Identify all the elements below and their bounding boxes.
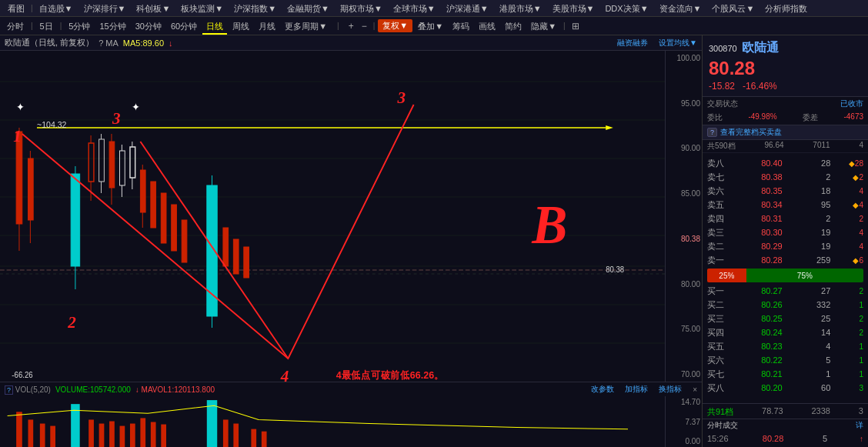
buy-3-row: 买三 80.25 25 2 [703, 312, 868, 325]
svg-rect-38 [151, 182, 156, 228]
last-trade-vol: 5 [804, 434, 827, 443]
svg-text:80.38: 80.38 [606, 265, 625, 274]
sell-6-price: 80.35 [744, 186, 783, 195]
chart-area[interactable]: 欧陆通（日线, 前复权） ? MA MA5:89.60 ↓ 融资融券 设置均线▼ [0, 35, 703, 447]
period-15min[interactable]: 15分钟 [95, 18, 129, 35]
zoom-out-btn[interactable]: − [359, 21, 370, 32]
period-5day[interactable]: 5日 [36, 18, 57, 35]
set-level-btn[interactable]: 设置均线▼ [659, 38, 697, 48]
period-daily[interactable]: 日线 [202, 18, 227, 35]
sell-2-price: 80.29 [744, 242, 783, 251]
buy-8-label: 买八 [707, 382, 730, 394]
svg-rect-64 [50, 426, 55, 447]
svg-rect-74 [207, 400, 217, 447]
total-shares-row: 共590档 96.64 7011 4 [703, 140, 868, 153]
menu-options[interactable]: 期权市场▼ [336, 0, 387, 17]
buy-1-price: 80.27 [744, 286, 783, 295]
draw-btn[interactable]: 画线 [475, 18, 499, 35]
menu-ddx[interactable]: DDX决策▼ [600, 0, 653, 17]
menu-hk-connect[interactable]: 沪深港通▼ [442, 0, 493, 17]
price-chart: B 1 2 3 3 4 ✦ ✦ ~104.32 -66.26 4最低点可破前低6… [0, 51, 702, 382]
simple-btn[interactable]: 简约 [501, 18, 526, 35]
sell-4-label: 卖四 [707, 213, 730, 225]
buy-2-row: 买二 80.26 332 1 [703, 298, 868, 312]
vol-mavol: ↓ MAVOL1:120113.800 [135, 385, 215, 394]
sell-1-change: ◆6 [844, 256, 863, 265]
menu-fund-flow[interactable]: 资金流向▼ [655, 0, 706, 17]
buy-1-row: 买一 80.27 27 2 [703, 284, 868, 298]
vol-close-btn[interactable]: × [693, 385, 697, 394]
menu-stock-cloud[interactable]: 个股风云▼ [707, 0, 759, 17]
sell-7-change: ◆2 [844, 173, 863, 182]
menu-chart[interactable]: 看图 [3, 0, 29, 17]
menu-futures[interactable]: 金融期货▼ [282, 0, 334, 17]
svg-text:~104.32: ~104.32 [37, 120, 66, 129]
svg-text:✦: ✦ [132, 102, 141, 113]
svg-rect-61 [16, 412, 22, 447]
vol-indicator-label: ? VOL(5,20) [5, 385, 51, 394]
top-menu-bar: 看图 | 自选股▼ 沪深排行▼ 科创板▼ 板块监测▼ 沪深指数▼ 金融期货▼ 期… [0, 0, 868, 17]
period-weekly[interactable]: 周线 [229, 18, 253, 35]
question-icon[interactable]: ? [707, 128, 717, 137]
svg-rect-76 [233, 424, 239, 447]
vol-swap-indicator-btn[interactable]: 换指标 [659, 384, 682, 395]
menu-ranking[interactable]: 沪深排行▼ [79, 0, 131, 17]
svg-rect-69 [120, 426, 125, 447]
overlay-btn[interactable]: 叠加▼ [414, 18, 447, 35]
sell-2-vol: 19 [796, 242, 830, 251]
sell-7-label: 卖七 [707, 172, 730, 183]
menu-global[interactable]: 全球市场▼ [389, 0, 440, 17]
sell-5-change: ◆4 [844, 201, 863, 209]
buy-4-row: 买四 80.24 14 2 [703, 325, 868, 339]
vol-add-indicator-btn[interactable]: 加指标 [625, 384, 648, 395]
period-monthly[interactable]: 月线 [255, 18, 279, 35]
full-book-row[interactable]: ? 查看完整档买卖盘 [703, 125, 868, 140]
sell-8-price: 80.40 [744, 158, 783, 168]
hide-btn[interactable]: 隐藏▼ [527, 18, 560, 35]
sell-7-vol: 2 [796, 172, 830, 182]
fuquan-btn[interactable]: 复权▼ [378, 19, 412, 32]
vol-change-params-btn[interactable]: 改参数 [591, 384, 614, 395]
sell-6-label: 卖六 [707, 185, 730, 197]
svg-rect-66 [88, 419, 94, 447]
period-more[interactable]: 更多周期▼ [281, 18, 331, 35]
svg-text:2: 2 [67, 313, 76, 332]
question-badge[interactable]: ? [5, 385, 13, 395]
y-axis-labels: 100.00 95.00 90.00 85.00 80.38 80.00 75.… [665, 51, 702, 382]
period-60min[interactable]: 60分钟 [167, 18, 201, 35]
svg-rect-41 [182, 220, 187, 262]
menu-watchlist[interactable]: 自选股▼ [35, 0, 78, 17]
expand-btn[interactable]: ⊞ [569, 21, 583, 32]
period-fenshi[interactable]: 分时 [3, 18, 28, 35]
svg-rect-62 [28, 419, 33, 447]
menu-block[interactable]: 板块监测▼ [176, 0, 228, 17]
sell-3-row: 卖三 80.30 19 4 [703, 225, 868, 239]
buy-5-change: 1 [844, 342, 863, 351]
buy-3-price: 80.25 [744, 314, 783, 323]
chips-btn[interactable]: 筹码 [449, 18, 473, 35]
menu-index[interactable]: 沪深指数▼ [229, 0, 281, 17]
period-30min[interactable]: 30分钟 [132, 18, 165, 35]
detail-link[interactable]: 详 [856, 420, 863, 431]
menu-analyst[interactable]: 分析师指数 [760, 0, 812, 17]
margin-trade-btn[interactable]: 融资融券 [617, 38, 648, 48]
buy-4-change: 2 [844, 329, 863, 337]
zoom-in-btn[interactable]: + [346, 21, 357, 32]
buy-8-row: 买八 80.20 60 3 [703, 381, 868, 395]
period-5min[interactable]: 5分钟 [65, 18, 94, 35]
menu-hk[interactable]: 港股市场▼ [495, 0, 546, 17]
full-book-label[interactable]: 查看完整档买卖盘 [720, 127, 782, 138]
menu-us[interactable]: 美股市场▼ [548, 0, 599, 17]
svg-rect-46 [233, 239, 239, 274]
svg-rect-35 [140, 170, 145, 212]
buy-2-label: 买二 [707, 299, 730, 311]
svg-text:3: 3 [112, 109, 121, 128]
sell-8-label: 卖八 [707, 158, 730, 169]
sell-4-price: 80.31 [744, 214, 783, 223]
webi-row: 委比 -49.98% 委差 -4673 [703, 111, 868, 125]
menu-kcb[interactable]: 科创板▼ [132, 0, 175, 17]
buy-1-label: 买一 [707, 285, 730, 297]
total-ask-vol: 4 [859, 141, 863, 152]
bottom-total-vol: 2338 [812, 406, 830, 418]
buy-7-label: 买七 [707, 369, 730, 380]
